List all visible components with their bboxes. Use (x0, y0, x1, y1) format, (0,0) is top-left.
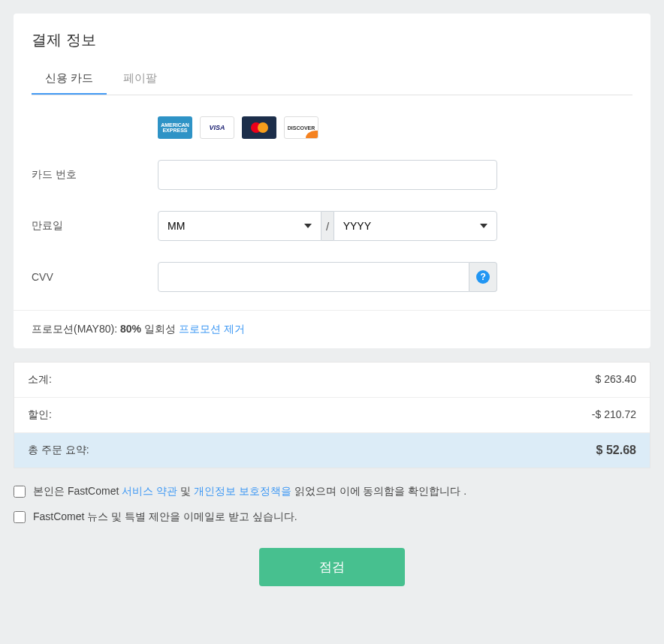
summary-discount-row: 할인: -$ 210.72 (14, 398, 650, 433)
promo-percent: 80% (120, 323, 141, 335)
submit-button[interactable]: 점검 (259, 548, 405, 586)
expiry-label: 만료일 (32, 219, 158, 233)
remove-promo-link[interactable]: 프로모션 제거 (179, 323, 245, 335)
cvv-label: CVV (32, 271, 158, 283)
terms-and: 및 (177, 485, 194, 497)
subtotal-value: $ 263.40 (596, 373, 637, 387)
discount-value: -$ 210.72 (592, 408, 636, 422)
payment-tabs: 신용 카드 페이팔 (32, 64, 632, 95)
cvv-input[interactable] (158, 262, 469, 292)
newsletter-checkbox[interactable] (14, 511, 26, 523)
summary-total-row: 총 주문 요약: $ 52.68 (14, 433, 650, 468)
privacy-link[interactable]: 개인정보 보호정책을 (194, 485, 291, 497)
promo-prefix: 프로모션(MAY80): (32, 323, 120, 335)
card-logos: AMERICAN EXPRESS VISA DISCOVER (158, 116, 318, 139)
expiry-year-select[interactable]: YYYY (334, 211, 497, 241)
promo-onetime: 일회성 (141, 323, 179, 335)
terms-suffix: 읽었으며 이에 동의함을 확인합니다 . (291, 485, 466, 497)
payment-card: 결제 정보 신용 카드 페이팔 AMERICAN EXPRESS VISA DI… (14, 14, 650, 348)
amex-icon: AMERICAN EXPRESS (158, 116, 192, 139)
promo-bar: 프로모션(MAY80): 80% 일회성 프로모션 제거 (14, 310, 650, 348)
help-icon: ? (476, 270, 490, 284)
visa-icon: VISA (200, 116, 234, 139)
summary-subtotal-row: 소계: $ 263.40 (14, 363, 650, 398)
order-summary: 소계: $ 263.40 할인: -$ 210.72 총 주문 요약: $ 52… (14, 362, 650, 468)
total-value: $ 52.68 (596, 444, 636, 457)
date-separator: / (321, 211, 333, 241)
terms-checkbox-row[interactable]: 본인은 FastComet 서비스 약관 및 개인정보 보호정책을 읽었으며 이… (14, 485, 650, 498)
terms-prefix: 본인은 FastComet (33, 485, 122, 497)
newsletter-text: FastComet 뉴스 및 특별 제안을 이메일로 받고 싶습니다. (33, 510, 297, 524)
subtotal-label: 소계: (28, 373, 52, 387)
total-label: 총 주문 요약: (28, 444, 89, 457)
expiry-month-select[interactable]: MM (158, 211, 321, 241)
agreement-section: 본인은 FastComet 서비스 약관 및 개인정보 보호정책을 읽었으며 이… (14, 485, 650, 524)
terms-checkbox[interactable] (14, 486, 26, 498)
tab-paypal[interactable]: 페이팔 (110, 64, 171, 95)
discover-icon: DISCOVER (284, 116, 318, 139)
card-number-input[interactable] (158, 160, 497, 190)
tab-credit-card[interactable]: 신용 카드 (32, 64, 107, 95)
discount-label: 할인: (28, 408, 52, 422)
newsletter-checkbox-row[interactable]: FastComet 뉴스 및 특별 제안을 이메일로 받고 싶습니다. (14, 510, 650, 524)
mastercard-icon (242, 116, 276, 139)
section-title: 결제 정보 (32, 30, 632, 50)
cvv-help-button[interactable]: ? (469, 262, 497, 292)
card-number-label: 카드 번호 (32, 168, 158, 182)
tos-link[interactable]: 서비스 약관 (122, 485, 177, 497)
